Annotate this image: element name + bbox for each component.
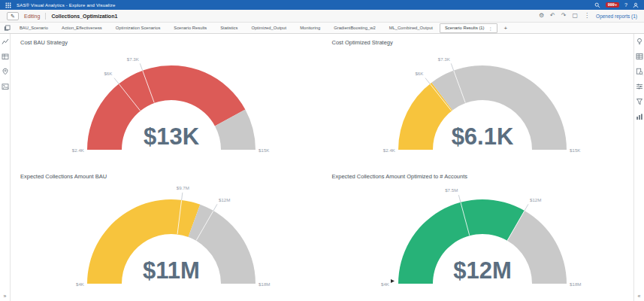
tab-active-label: Scenario Results (1) (445, 26, 485, 30)
expand-right-rail-icon[interactable]: « (638, 293, 641, 299)
search-icon[interactable] (594, 2, 600, 8)
svg-text:$4K: $4K (381, 281, 390, 287)
svg-text:$15K: $15K (259, 147, 270, 153)
gauge-cell-3: Expected Collections Amount BAU$9.7M$12M… (11, 168, 322, 301)
app-window: SAS® Visual Analytics - Explore and Visu… (0, 0, 644, 301)
svg-text:$6.1K: $6.1K (452, 123, 514, 150)
objects-icon[interactable] (636, 68, 643, 75)
svg-text:$4K: $4K (76, 281, 85, 287)
app-header: SAS® Visual Analytics - Explore and Visu… (0, 0, 644, 10)
svg-text:$6K: $6K (416, 71, 425, 76)
gauge-title: Expected Collections Amount Optimized to… (332, 173, 634, 180)
add-page-button[interactable]: + (497, 25, 513, 32)
suggestions-icon[interactable] (636, 38, 643, 45)
svg-text:$6K: $6K (104, 71, 113, 76)
tab-menu-icon[interactable]: ⋮ (488, 26, 492, 31)
settings-gear-icon[interactable]: ⚙ (539, 12, 544, 20)
svg-text:$7.3K: $7.3K (126, 56, 139, 62)
app-launcher-icon[interactable] (5, 2, 11, 8)
svg-text:$7.5M: $7.5M (445, 187, 458, 193)
app-title: SAS® Visual Analytics - Explore and Visu… (17, 3, 116, 8)
tab-scenario-results[interactable]: Scenario Results (167, 23, 213, 32)
kebab-menu-icon[interactable]: ⋮ (584, 12, 590, 20)
gauge-chart[interactable]: $6K$7.3K$2.4K$15K$6.1K (358, 52, 606, 165)
divider (45, 13, 46, 20)
gauge-chart[interactable]: $7.5M$12M$4K$18M$12M (358, 186, 606, 299)
data-table-icon[interactable] (2, 53, 9, 60)
edit-mode-button[interactable]: ✎ (7, 12, 19, 20)
tab-optimized-output[interactable]: Optimized_Output (244, 23, 293, 32)
svg-text:$18M: $18M (259, 281, 270, 287)
gauge-cell-2: Cost Optimized Strategy$6K$7.3K$2.4K$15K… (322, 34, 634, 168)
ranks-icon[interactable] (636, 113, 643, 120)
gauge-chart[interactable]: $6K$7.3K$2.4K$15K$13K (47, 52, 295, 165)
tab-monitoring[interactable]: Monitoring (293, 23, 327, 32)
report-pages-icon[interactable] (4, 25, 11, 32)
opened-reports-link[interactable]: Opened reports (1) (596, 14, 637, 19)
tab-ml-combined-output[interactable]: ML_Combined_Output (382, 23, 440, 32)
tab-optimization-scenarios[interactable]: Optimization Scenarios (109, 23, 168, 32)
gauge-title: Expected Collections Amount BAU (20, 173, 322, 180)
location-pin-icon[interactable] (2, 68, 9, 75)
svg-text:$13K: $13K (144, 123, 200, 150)
gauge-cell-1: Cost BAU Strategy$6K$7.3K$2.4K$15K$13K (11, 34, 322, 168)
main-area: » Cost BAU Strategy$6K$7.3K$2.4K$15K$13K… (0, 34, 644, 301)
editing-label: Editing (24, 14, 40, 19)
present-icon[interactable]: ▢ (573, 12, 579, 20)
tab-action-effectiveness[interactable]: Action_Effectiveness (55, 23, 109, 32)
expand-left-rail-icon[interactable]: » (4, 293, 7, 299)
svg-text:$12M: $12M (530, 196, 541, 202)
page-tabs: BAU_ScenarioAction_EffectivenessOptimiza… (13, 23, 513, 33)
svg-text:$12M: $12M (453, 257, 512, 284)
image-icon[interactable] (2, 83, 9, 90)
svg-text:$9.7M: $9.7M (176, 186, 189, 190)
redo-icon[interactable]: ↷ (561, 12, 567, 20)
report-title: Collections_Optimization1 (51, 14, 117, 19)
data-icon[interactable] (636, 53, 643, 60)
svg-text:$18M: $18M (570, 281, 581, 287)
page-tabstrip: BAU_ScenarioAction_EffectivenessOptimiza… (0, 23, 644, 34)
tab-statistics[interactable]: Statistics (213, 23, 244, 32)
report-canvas: Cost BAU Strategy$6K$7.3K$2.4K$15K$13KCo… (11, 34, 633, 301)
tab-active-scenario-results-1[interactable]: Scenario Results (1)⋮ (440, 23, 498, 33)
filters-icon[interactable] (636, 98, 643, 105)
gauge-title: Cost BAU Strategy (20, 39, 322, 46)
svg-text:$7.3K: $7.3K (438, 56, 451, 62)
left-rail: » (0, 34, 11, 301)
svg-text:$11M: $11M (143, 257, 200, 284)
notifications-badge[interactable]: 999+ (606, 2, 619, 8)
svg-text:$2.4K: $2.4K (72, 147, 85, 153)
gauge-chart[interactable]: $9.7M$12M$4K$18M$11M (47, 186, 295, 299)
user-avatar-icon[interactable] (633, 2, 639, 8)
gauge-cell-4: Expected Collections Amount Optimized to… (322, 168, 634, 301)
tab-gradientboosting-w2[interactable]: GradientBoosting_w2 (327, 23, 382, 32)
help-button[interactable]: ? (624, 2, 627, 8)
tab-bau-scenario[interactable]: BAU_Scenario (13, 23, 55, 32)
svg-text:$12M: $12M (219, 196, 230, 202)
options-icon[interactable] (636, 83, 643, 90)
line-chart-icon[interactable] (2, 38, 9, 45)
svg-text:$15K: $15K (570, 147, 581, 153)
right-rail: « (633, 34, 644, 301)
report-toolbar: ✎ Editing Collections_Optimization1 ⚙↶↷▢… (0, 10, 644, 23)
svg-text:$2.4K: $2.4K (383, 147, 396, 153)
undo-icon[interactable]: ↶ (550, 12, 555, 20)
gauge-title: Cost Optimized Strategy (332, 39, 634, 46)
